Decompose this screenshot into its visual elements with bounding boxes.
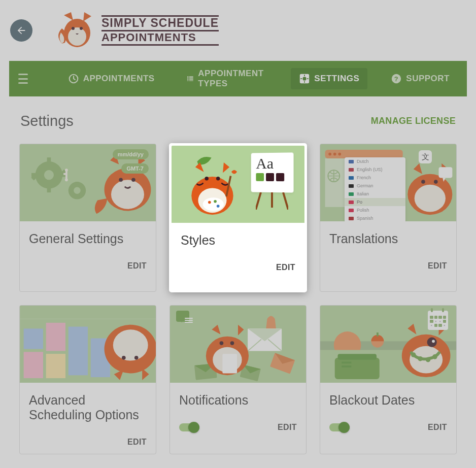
notifications-toggle[interactable] (179, 423, 199, 431)
blackout-toggle[interactable] (329, 423, 350, 431)
card-notifications[interactable]: Notifications EDIT (169, 305, 307, 454)
svg-rect-9 (189, 78, 193, 80)
help-icon: ? (391, 73, 402, 84)
svg-point-28 (74, 187, 80, 194)
svg-rect-60 (24, 352, 43, 378)
card-general-settings[interactable]: mm/dd/yy GMT-7 General Settings EDIT (19, 144, 156, 292)
blackout-mini-calendar: ×× ×× (428, 311, 448, 330)
svg-point-53 (415, 185, 446, 212)
nav-label: APPOINTMENTS (83, 74, 155, 84)
svg-point-91 (427, 338, 437, 347)
primary-nav: APPOINTMENTS APPOINTMENT TYPES SETTINGS … (9, 61, 467, 96)
card-title: Styles (181, 233, 295, 248)
logo-text-line2: APPOINTMENTS (101, 31, 219, 46)
card-styles[interactable]: Aa Styles EDIT (169, 144, 307, 292)
svg-rect-84 (337, 354, 377, 359)
fox-logo-icon (58, 10, 93, 51)
svg-point-96 (432, 354, 437, 359)
language-row: Italian (345, 190, 405, 198)
language-row: English (US) (345, 165, 405, 174)
svg-rect-32 (63, 173, 66, 175)
language-list: DutchEnglish (US)FrenchGermanItalianPoPo… (345, 157, 405, 221)
svg-point-78 (230, 341, 234, 345)
color-swatch (276, 173, 284, 181)
svg-rect-59 (24, 328, 43, 349)
svg-rect-5 (187, 76, 189, 78)
schedule-illustration (20, 306, 156, 383)
svg-point-69 (134, 356, 139, 360)
edit-link[interactable]: EDIT (276, 263, 295, 272)
svg-rect-8 (189, 76, 193, 78)
card-thumb: Aa (172, 146, 304, 223)
card-title: Translations (329, 231, 447, 246)
svg-point-12 (303, 77, 307, 80)
svg-point-48 (333, 153, 336, 156)
svg-point-43 (214, 200, 217, 203)
svg-point-41 (203, 197, 224, 211)
edit-link[interactable]: EDIT (127, 261, 147, 271)
svg-point-36 (131, 178, 135, 182)
svg-rect-13 (304, 75, 305, 76)
svg-point-93 (411, 352, 416, 357)
card-thumb (20, 306, 156, 383)
edit-link[interactable]: EDIT (278, 423, 297, 432)
card-title: Blackout Dates (329, 393, 447, 408)
manage-license-link[interactable]: MANAGE LICENSE (371, 116, 456, 126)
arrow-left-icon (16, 25, 27, 36)
svg-point-3 (80, 27, 83, 30)
card-thumb: ×× ×× (320, 306, 456, 383)
svg-point-2 (72, 27, 75, 30)
language-row: Po (345, 198, 405, 206)
nav-appointments[interactable]: APPOINTMENTS (60, 68, 163, 89)
language-row: Dutch (345, 157, 405, 165)
settings-content: Settings MANAGE LICENSE (9, 96, 467, 466)
nav-settings[interactable]: SETTINGS (291, 68, 367, 89)
typography-sample: Aa (256, 156, 288, 170)
svg-rect-15 (301, 78, 302, 79)
translate-icon: 文 (419, 150, 432, 163)
language-row: Polish (345, 206, 405, 214)
svg-rect-21 (47, 157, 51, 163)
card-title: Notifications (179, 393, 297, 408)
svg-text:?: ? (394, 75, 398, 83)
svg-rect-83 (335, 358, 380, 379)
svg-rect-86 (342, 365, 351, 367)
page-title: Settings (20, 113, 74, 129)
hamburger-menu-button[interactable] (18, 74, 28, 84)
svg-rect-7 (187, 80, 189, 81)
svg-point-95 (426, 357, 431, 362)
language-row: German (345, 182, 405, 190)
card-translations[interactable]: DutchEnglish (US)FrenchGermanItalianPoPo… (320, 144, 457, 292)
card-title: General Settings (29, 231, 147, 246)
svg-rect-31 (65, 170, 67, 180)
svg-rect-6 (187, 78, 189, 80)
nav-appointment-types[interactable]: APPOINTMENT TYPES (178, 63, 276, 94)
svg-point-44 (217, 205, 220, 208)
card-thumb: DutchEnglish (US)FrenchGermanItalianPoPo… (320, 144, 456, 221)
edit-link[interactable]: EDIT (428, 423, 447, 432)
settings-grid: mm/dd/yy GMT-7 General Settings EDIT (19, 144, 457, 454)
svg-point-55 (434, 180, 438, 184)
svg-rect-14 (304, 81, 305, 83)
svg-point-35 (119, 178, 123, 182)
svg-point-20 (44, 170, 54, 180)
svg-rect-63 (69, 327, 88, 376)
svg-point-94 (418, 356, 423, 361)
nav-support[interactable]: ? SUPPORT (383, 68, 458, 89)
svg-rect-56 (439, 167, 453, 178)
svg-rect-88 (377, 332, 379, 337)
svg-rect-22 (47, 187, 51, 192)
clock-icon (68, 73, 79, 84)
easel: Aa (251, 153, 293, 192)
logo-text-line1: SIMPLY SCHEDULE (101, 15, 219, 31)
svg-point-68 (122, 356, 126, 360)
svg-point-40 (216, 177, 220, 180)
card-thumb: mm/dd/yy GMT-7 (20, 144, 156, 221)
edit-link[interactable]: EDIT (127, 438, 147, 447)
color-swatch (266, 173, 274, 181)
svg-rect-62 (46, 354, 65, 378)
card-advanced-scheduling[interactable]: Advanced Scheduling Options EDIT (19, 305, 156, 454)
back-button[interactable] (10, 19, 32, 42)
card-blackout-dates[interactable]: ×× ×× Blackout Dates EDIT (320, 305, 457, 454)
edit-link[interactable]: EDIT (428, 261, 447, 271)
